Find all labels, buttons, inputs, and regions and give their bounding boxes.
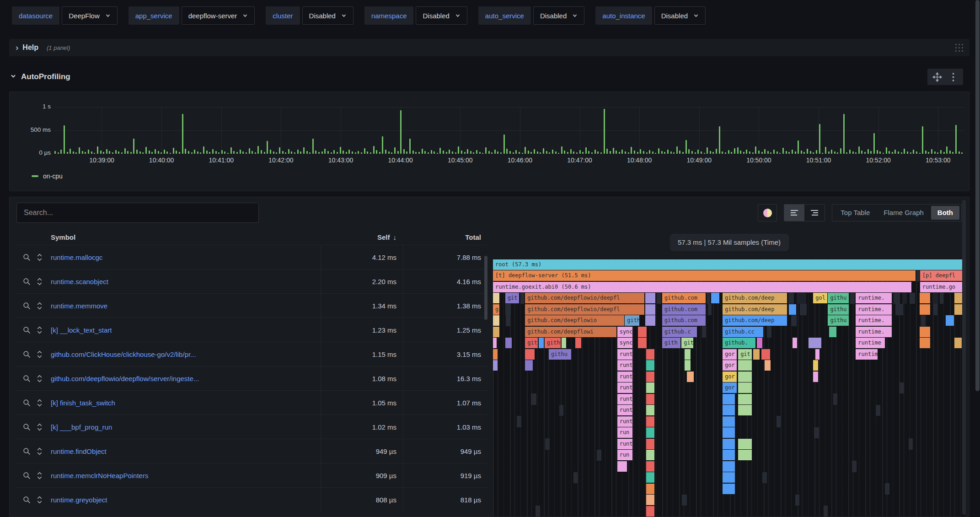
legend-item-on-cpu[interactable]: on-cpu: [32, 172, 63, 180]
variable-picker-auto_instance[interactable]: Disabled: [654, 6, 706, 25]
variable-picker-auto_service[interactable]: Disabled: [533, 6, 584, 25]
flame-node[interactable]: [646, 472, 655, 483]
flame-node[interactable]: [536, 506, 540, 517]
symbol-link[interactable]: [k] finish_task_switch: [51, 399, 321, 407]
flame-node[interactable]: [789, 304, 797, 315]
flame-node[interactable]: git: [738, 349, 752, 360]
variable-picker-app_service[interactable]: deepflow-server: [182, 6, 255, 25]
flame-node[interactable]: gith: [525, 338, 538, 348]
flame-node[interactable]: [946, 315, 954, 326]
flame-node[interactable]: gith: [625, 315, 639, 326]
flame-node[interactable]: github.com: [662, 293, 706, 303]
flame-node[interactable]: [646, 416, 655, 427]
flame-node[interactable]: [573, 472, 578, 484]
flame-node[interactable]: sync: [617, 327, 632, 337]
flame-node[interactable]: [762, 472, 767, 484]
flame-node[interactable]: [738, 372, 752, 382]
flame-node[interactable]: [723, 461, 735, 472]
search-symbol-icon[interactable]: [23, 423, 31, 431]
search-symbol-icon[interactable]: [23, 278, 31, 285]
flame-node[interactable]: [687, 372, 694, 382]
flame-scrollbar[interactable]: [962, 200, 966, 515]
flame-node[interactable]: [933, 304, 937, 315]
flame-node[interactable]: [685, 360, 690, 371]
panel-menu-kebab-icon[interactable]: [947, 71, 959, 83]
flame-node[interactable]: [646, 405, 655, 415]
sandwich-view-icon[interactable]: [37, 350, 43, 358]
flame-node[interactable]: [711, 293, 719, 303]
flame-node[interactable]: [829, 327, 836, 337]
col-symbol[interactable]: Symbol: [51, 233, 321, 241]
flame-node[interactable]: githu: [828, 304, 848, 315]
search-input[interactable]: [16, 203, 259, 223]
flame-node[interactable]: run: [617, 450, 632, 460]
search-symbol-icon[interactable]: [23, 302, 31, 310]
flame-node[interactable]: runtime: [856, 338, 885, 348]
flame-node[interactable]: [493, 349, 498, 360]
flame-node[interactable]: [646, 427, 655, 438]
flame-node[interactable]: github.com/deepflowio/deepfl: [525, 304, 644, 315]
flame-node[interactable]: [723, 439, 735, 449]
flame-node[interactable]: [702, 326, 706, 338]
flame-node[interactable]: github.cc: [723, 327, 763, 337]
search-symbol-icon[interactable]: [23, 326, 31, 334]
flame-node[interactable]: [885, 483, 889, 495]
flame-node[interactable]: gor: [723, 382, 737, 393]
flame-node[interactable]: [646, 484, 655, 494]
search-symbol-icon[interactable]: [23, 375, 31, 382]
flame-node[interactable]: [520, 293, 524, 304]
flame-node[interactable]: [645, 315, 656, 326]
flame-node[interactable]: [738, 450, 752, 460]
symbol-link[interactable]: [k] __lock_text_start: [51, 326, 321, 334]
flame-node[interactable]: gol: [813, 293, 827, 303]
table-scrollbar[interactable]: [484, 256, 487, 320]
search-symbol-icon[interactable]: [23, 472, 31, 479]
flame-node[interactable]: [833, 393, 837, 405]
flame-node[interactable]: github.com/deepflowio/deepfl: [525, 293, 644, 303]
flame-node[interactable]: [645, 304, 656, 315]
flame-node[interactable]: [531, 393, 536, 405]
flame-node[interactable]: [p] deepfl: [920, 270, 965, 281]
flame-node[interactable]: [723, 484, 735, 494]
flame-node[interactable]: [895, 304, 903, 315]
search-symbol-icon[interactable]: [23, 447, 31, 455]
symbol-link[interactable]: runtime.memclrNoHeapPointers: [51, 472, 321, 479]
sandwich-view-icon[interactable]: [37, 399, 43, 407]
flame-node[interactable]: github.com/deep: [723, 304, 787, 315]
flame-node[interactable]: [638, 327, 647, 337]
flame-node[interactable]: [646, 372, 655, 382]
flame-node[interactable]: [493, 315, 499, 326]
flame-node[interactable]: [707, 293, 710, 304]
flame-node[interactable]: githu: [545, 338, 561, 348]
sandwich-view-icon[interactable]: [37, 253, 43, 261]
flame-node[interactable]: gor: [723, 372, 737, 382]
symbol-link[interactable]: [k] ___bpf_prog_run: [51, 423, 321, 431]
flame-node[interactable]: [761, 349, 771, 360]
flame-node[interactable]: [920, 304, 930, 315]
flame-node[interactable]: [645, 293, 656, 303]
search-symbol-icon[interactable]: [23, 399, 31, 407]
flame-node[interactable]: [505, 338, 512, 348]
flame-node[interactable]: runt: [617, 372, 632, 382]
flame-node[interactable]: [646, 506, 655, 517]
flame-node[interactable]: [753, 349, 759, 360]
flame-node[interactable]: [657, 293, 661, 304]
flame-node[interactable]: [646, 360, 655, 371]
flame-node[interactable]: sync: [617, 338, 632, 348]
flame-node[interactable]: [545, 438, 550, 450]
row-help[interactable]: › Help (1 panel): [9, 39, 969, 56]
chart-plot-area[interactable]: [54, 107, 964, 154]
flame-node[interactable]: [920, 327, 930, 337]
flame-node[interactable]: [767, 326, 771, 338]
flame-node[interactable]: [921, 315, 926, 327]
symbol-link[interactable]: github.com/ClickHouse/clickhouse-go/v2/l…: [51, 350, 321, 358]
flame-node[interactable]: [765, 360, 771, 371]
flame-node[interactable]: [723, 450, 735, 460]
flame-node[interactable]: [723, 405, 735, 415]
flame-node[interactable]: gor: [723, 349, 737, 360]
flame-node[interactable]: runt: [617, 349, 632, 360]
flame-node[interactable]: [917, 270, 920, 282]
flame-node[interactable]: [646, 349, 655, 360]
flame-node[interactable]: [597, 450, 601, 461]
flame-node[interactable]: [559, 405, 563, 416]
